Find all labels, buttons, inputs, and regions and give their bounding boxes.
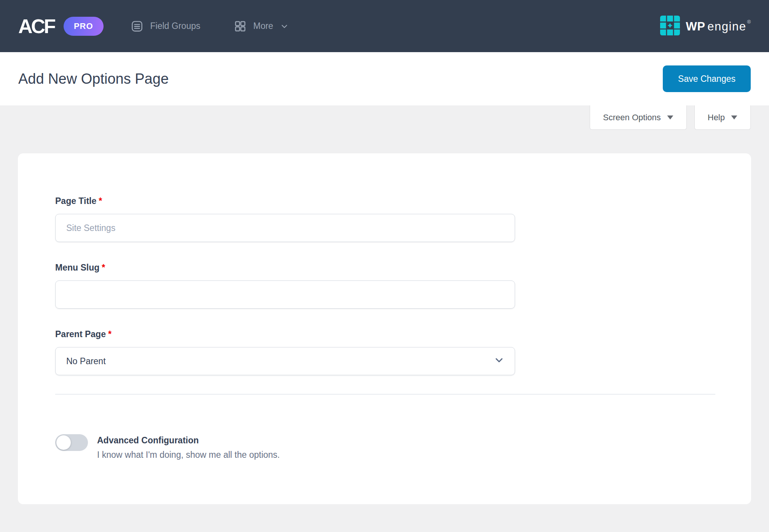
page-title-input[interactable] — [55, 214, 515, 242]
toggle-knob — [56, 435, 71, 450]
section-divider — [55, 394, 715, 395]
triangle-down-icon — [731, 115, 737, 120]
help-label: Help — [708, 113, 725, 123]
wpengine-logo[interactable]: WPengine® — [660, 16, 751, 37]
advanced-configuration-label: Advanced Configuration — [97, 435, 280, 446]
wpengine-grid-icon — [660, 16, 680, 37]
parent-page-selected-value: No Parent — [66, 356, 106, 366]
screen-options-label: Screen Options — [603, 113, 661, 123]
wpengine-engine-text: engine — [707, 20, 746, 33]
help-tab[interactable]: Help — [694, 105, 751, 130]
acf-logo[interactable]: ACF — [18, 16, 54, 36]
chevron-down-icon — [280, 22, 289, 31]
field-groups-list-icon — [130, 19, 144, 33]
pro-badge: PRO — [64, 17, 104, 36]
page-header: Add New Options Page Save Changes — [0, 52, 769, 105]
menu-slug-field: Menu Slug* — [55, 263, 715, 309]
page-title-field: Page Title* — [55, 196, 715, 242]
toggle-text-block: Advanced Configuration I know what I'm d… — [97, 434, 280, 460]
parent-page-select[interactable]: No Parent — [55, 347, 515, 375]
nav-item-label: Field Groups — [150, 21, 201, 31]
triangle-down-icon — [667, 115, 673, 120]
menu-slug-label: Menu Slug* — [55, 263, 715, 273]
options-page-form-card: Page Title* Menu Slug* Parent Page* No P… — [18, 153, 751, 504]
nav-item-more[interactable]: More — [234, 20, 289, 33]
page-title: Add New Options Page — [18, 71, 169, 87]
nav-item-label: More — [253, 21, 273, 31]
parent-page-label: Parent Page* — [55, 329, 715, 339]
screen-options-tab[interactable]: Screen Options — [590, 105, 687, 130]
save-changes-button[interactable]: Save Changes — [663, 65, 751, 92]
chevron-down-icon — [493, 354, 505, 368]
screen-meta-links: Screen Options Help — [0, 105, 769, 130]
advanced-configuration-description: I know what I'm doing, show me all the o… — [97, 450, 280, 460]
advanced-configuration-row: Advanced Configuration I know what I'm d… — [55, 434, 715, 460]
nav-item-field-groups[interactable]: Field Groups — [130, 19, 201, 33]
required-asterisk: * — [99, 196, 102, 206]
wpengine-wp-text: WP — [686, 20, 705, 33]
parent-page-field: Parent Page* No Parent — [55, 329, 715, 375]
advanced-configuration-toggle[interactable] — [55, 434, 88, 451]
top-navbar: ACF PRO Field Groups More — [0, 0, 769, 52]
menu-slug-input[interactable] — [55, 280, 515, 309]
required-asterisk: * — [102, 263, 105, 272]
more-grid-icon — [234, 20, 247, 33]
page-title-label: Page Title* — [55, 196, 715, 206]
wpengine-trademark: ® — [747, 19, 751, 25]
required-asterisk: * — [108, 329, 112, 339]
